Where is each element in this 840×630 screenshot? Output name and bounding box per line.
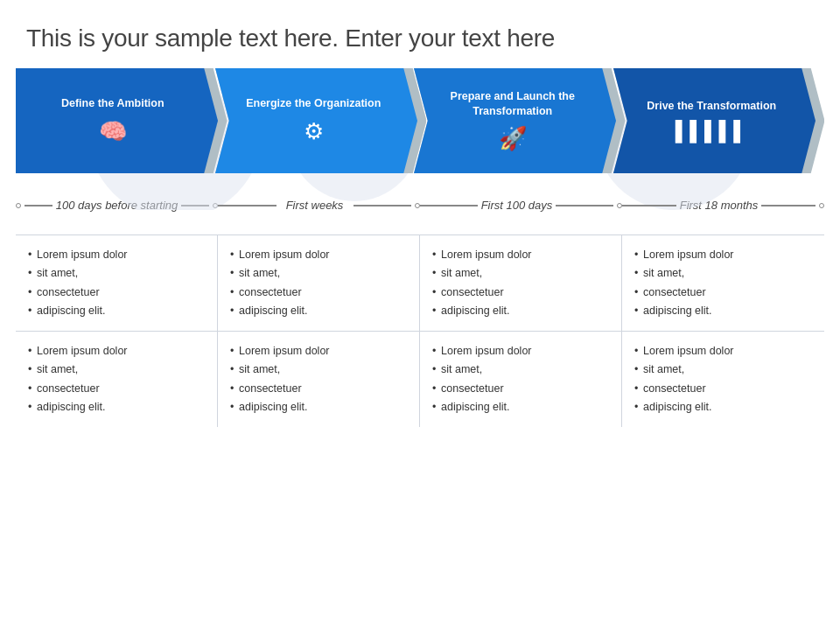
- list-item: consectetuer: [634, 380, 812, 398]
- content-cell-r1-c3: Lorem ipsum dolorsit amet,consectetuerad…: [622, 331, 824, 427]
- timeline-label-4: First 18 months: [680, 199, 759, 214]
- chevron-item-1: Define the Ambition 🧠: [16, 68, 228, 173]
- bullet-list-r0-c3: Lorem ipsum dolorsit amet,consectetuerad…: [634, 246, 812, 320]
- timeline-label-3: First 100 days: [481, 199, 553, 214]
- list-item: sit amet,: [432, 360, 609, 379]
- content-cell-r1-c2: Lorem ipsum dolorsit amet,consectetuerad…: [420, 331, 622, 427]
- content-cell-r0-c2: Lorem ipsum dolorsit amet,consectetuerad…: [420, 234, 622, 331]
- chevron-text-overlay-3: Prepare and Launch the Transformation 🚀: [414, 68, 626, 173]
- list-item: sit amet,: [634, 264, 812, 283]
- list-item: adipiscing elit.: [28, 302, 205, 320]
- slide-title: This is your sample text here. Enter you…: [26, 24, 814, 52]
- chevron-title-4: Drive the Transformation: [647, 99, 776, 113]
- list-item: consectetuer: [28, 284, 205, 302]
- list-item: sit amet,: [28, 360, 205, 379]
- list-item: Lorem ipsum dolor: [28, 342, 205, 360]
- timeline-line-right-3: [556, 205, 613, 206]
- bullet-list-r0-c1: Lorem ipsum dolorsit amet,consectetuerad…: [230, 246, 407, 320]
- slide: This is your sample text here. Enter you…: [0, 0, 840, 630]
- list-item: consectetuer: [432, 284, 609, 302]
- bullet-list-r1-c1: Lorem ipsum dolorsit amet,consectetuerad…: [230, 342, 407, 416]
- timeline-item-1: 100 days before starting: [16, 199, 218, 214]
- timeline-line-right-1: [181, 205, 209, 206]
- list-item: Lorem ipsum dolor: [230, 246, 407, 264]
- windmill-icon: ⚙: [304, 118, 324, 145]
- arrows-row: Define the Ambition 🧠 Energize the Organ…: [0, 68, 840, 173]
- timeline-tick-r4: [819, 203, 824, 208]
- content-cell-r0-c0: Lorem ipsum dolorsit amet,consectetuerad…: [16, 234, 218, 331]
- list-item: adipiscing elit.: [230, 398, 407, 416]
- bullet-list-r0-c2: Lorem ipsum dolorsit amet,consectetuerad…: [432, 246, 609, 320]
- timeline-label-2: First weeks: [280, 199, 350, 214]
- chevron-item-2: Energize the Organization ⚙: [215, 68, 427, 173]
- timeline-line-1: [24, 205, 52, 206]
- list-item: consectetuer: [432, 380, 609, 398]
- timeline-line-right-4: [761, 205, 816, 206]
- list-item: consectetuer: [28, 380, 205, 398]
- list-item: adipiscing elit.: [28, 398, 205, 416]
- content-grid: Lorem ipsum dolorsit amet,consectetuerad…: [0, 234, 840, 427]
- list-item: sit amet,: [432, 264, 609, 283]
- chevron-item-4: Drive the Transformation ▌▌▌▌▌: [613, 68, 825, 173]
- timeline-item-2: First weeks: [218, 199, 420, 214]
- list-item: consectetuer: [230, 380, 407, 398]
- list-item: sit amet,: [634, 360, 812, 379]
- list-item: sit amet,: [230, 264, 407, 283]
- list-item: adipiscing elit.: [230, 302, 407, 320]
- list-item: consectetuer: [230, 284, 407, 302]
- list-item: Lorem ipsum dolor: [28, 246, 205, 264]
- chevron-title-2: Energize the Organization: [246, 96, 381, 110]
- list-item: adipiscing elit.: [634, 302, 812, 320]
- chevron-title-1: Define the Ambition: [61, 96, 164, 110]
- content-cell-r0-c1: Lorem ipsum dolorsit amet,consectetuerad…: [218, 234, 420, 331]
- content-cell-r1-c0: Lorem ipsum dolorsit amet,consectetuerad…: [16, 331, 218, 427]
- bullet-list-r1-c0: Lorem ipsum dolorsit amet,consectetuerad…: [28, 342, 205, 416]
- chevron-text-overlay-2: Energize the Organization ⚙: [215, 68, 427, 173]
- timeline-line-4: [622, 205, 676, 206]
- bars-icon: ▌▌▌▌▌: [676, 120, 748, 143]
- brain-icon: 🧠: [99, 118, 127, 145]
- chevron-text-overlay-4: Drive the Transformation ▌▌▌▌▌: [613, 68, 825, 173]
- timeline-line-2: [218, 205, 276, 206]
- timeline-line-right-2: [354, 205, 412, 206]
- list-item: consectetuer: [634, 284, 812, 302]
- bullet-list-r0-c0: Lorem ipsum dolorsit amet,consectetuerad…: [28, 246, 205, 320]
- list-item: Lorem ipsum dolor: [634, 342, 812, 360]
- list-item: Lorem ipsum dolor: [432, 342, 609, 360]
- timeline-label-1: 100 days before starting: [56, 199, 178, 214]
- timeline-item-3: First 100 days: [420, 199, 622, 214]
- content-cell-r0-c3: Lorem ipsum dolorsit amet,consectetuerad…: [622, 234, 824, 331]
- list-item: Lorem ipsum dolor: [432, 246, 609, 264]
- timeline-tick-1: [16, 203, 21, 208]
- chevron-text-overlay-1: Define the Ambition 🧠: [16, 68, 228, 173]
- content-cell-r1-c1: Lorem ipsum dolorsit amet,consectetuerad…: [218, 331, 420, 427]
- list-item: sit amet,: [230, 360, 407, 379]
- title-area: This is your sample text here. Enter you…: [0, 0, 840, 68]
- timeline-item-4: First 18 months: [622, 199, 824, 214]
- list-item: adipiscing elit.: [432, 398, 609, 416]
- timeline-line-3: [420, 205, 478, 206]
- bullet-list-r1-c3: Lorem ipsum dolorsit amet,consectetuerad…: [634, 342, 812, 416]
- list-item: sit amet,: [28, 264, 205, 283]
- chevron-title-3: Prepare and Launch the Transformation: [421, 89, 605, 118]
- chevron-item-3: Prepare and Launch the Transformation 🚀: [414, 68, 626, 173]
- rocket-icon: 🚀: [499, 125, 527, 152]
- list-item: Lorem ipsum dolor: [634, 246, 812, 264]
- list-item: adipiscing elit.: [634, 398, 812, 416]
- list-item: Lorem ipsum dolor: [230, 342, 407, 360]
- bullet-list-r1-c2: Lorem ipsum dolorsit amet,consectetuerad…: [432, 342, 609, 416]
- list-item: adipiscing elit.: [432, 302, 609, 320]
- timeline-row: 100 days before starting First weeks Fir…: [0, 184, 840, 228]
